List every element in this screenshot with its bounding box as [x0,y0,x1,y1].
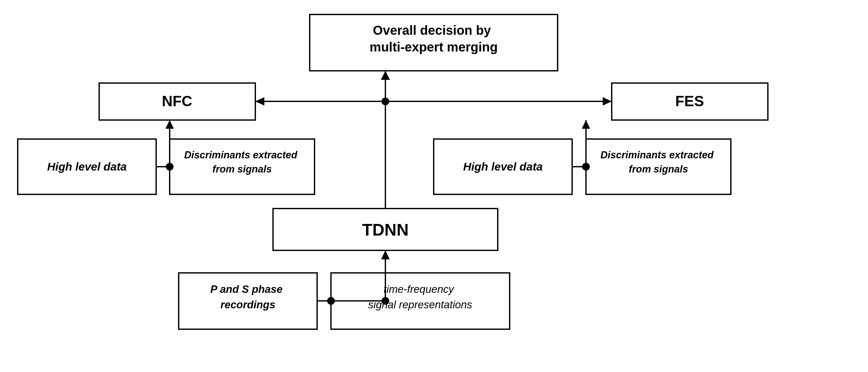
svg-text:TDNN: TDNN [362,221,409,239]
svg-text:FES: FES [675,93,704,109]
svg-text:NFC: NFC [162,93,192,109]
svg-text:High level data: High level data [463,160,542,173]
main-diagram: Overall decision by multi-expert merging… [0,0,868,372]
svg-text:High level data: High level data [47,160,127,173]
diagram-container: Overall decision by multi-expert merging… [0,0,868,372]
